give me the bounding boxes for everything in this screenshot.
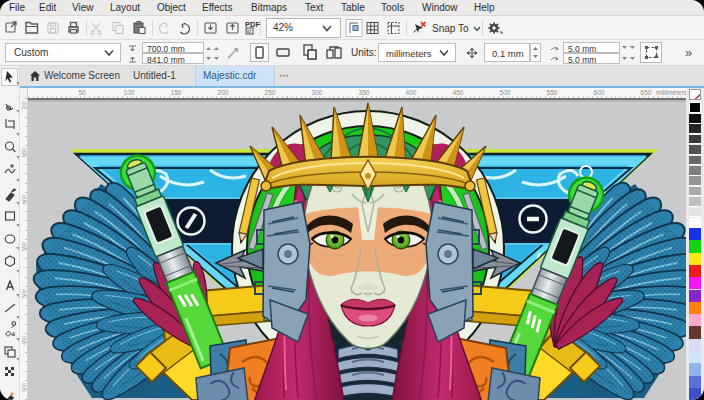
svg-text:42%: 42% (273, 22, 293, 33)
svg-text:Snap To: Snap To (432, 23, 469, 34)
svg-text:id: id (247, 28, 251, 34)
svg-text:600: 600 (21, 195, 27, 204)
svg-text:500: 500 (21, 289, 27, 298)
svg-text:650: 650 (21, 148, 27, 157)
svg-text:450: 450 (21, 336, 27, 345)
svg-text:400: 400 (21, 383, 27, 392)
svg-text:700: 700 (21, 101, 27, 110)
svg-text:550: 550 (21, 242, 27, 251)
